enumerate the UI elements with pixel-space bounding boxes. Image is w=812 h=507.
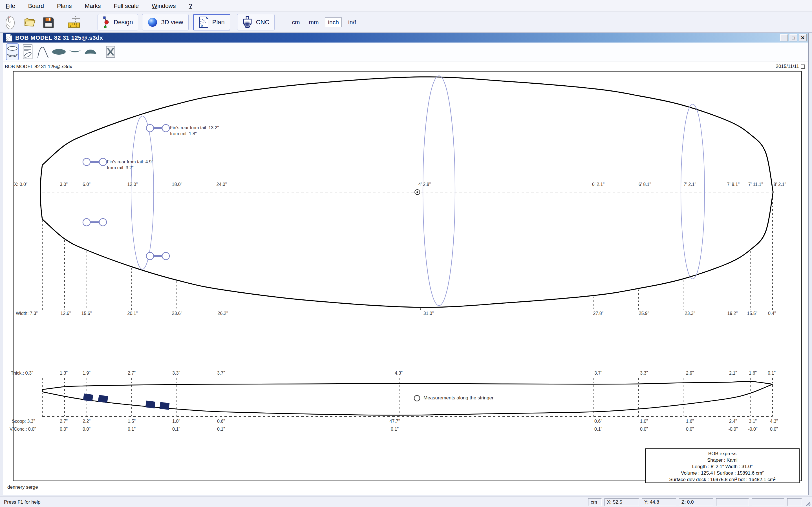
menu-item-file[interactable]: File [6, 3, 15, 9]
cnc-button[interactable]: CNC [237, 14, 275, 31]
pointer-tool-button[interactable] [3, 14, 17, 30]
hand-pointer-icon [4, 15, 16, 30]
status-bar: Press F1 for help cmX: 52.5Y: 44.8Z: 0.0 [0, 497, 812, 507]
resize-grip[interactable] [805, 501, 811, 506]
menu-item-windows[interactable]: Windows [152, 3, 175, 9]
menu-item-plans[interactable]: Plans [57, 3, 72, 9]
unit-option-cm[interactable]: cm [289, 18, 302, 27]
3d-view-button-label: 3D view [161, 18, 183, 26]
deck-silhouette-button[interactable] [84, 43, 97, 60]
plan-silhouette-icon [52, 48, 66, 55]
maximize-button[interactable]: □ [790, 34, 797, 41]
curve-view-button[interactable] [36, 43, 49, 60]
save-file-button[interactable] [41, 14, 55, 30]
info-line: Shaper : Kami [646, 457, 799, 463]
unit-switcher: cmmminchin/f [289, 17, 359, 27]
sheet-filename: BOB MODEL 82 31 125@.s3dx [5, 64, 72, 69]
status-help-text: Press F1 for help [4, 497, 40, 507]
close-button[interactable]: ✕ [799, 34, 807, 41]
unit-option-in-f[interactable]: in/f [346, 18, 359, 27]
unit-option-inch[interactable]: inch [325, 17, 342, 27]
plan-view-button[interactable]: 11 Plan [193, 14, 231, 31]
rocker-curve-icon [37, 45, 49, 59]
design-nodes-icon [103, 16, 110, 29]
board-info-box: BOB express Shaper : Kami Length : 8' 2.… [645, 448, 800, 483]
status-cell-3: Z: 0.0 [679, 498, 713, 506]
info-line: Length : 8' 2.1" Width : 31.0" [646, 463, 799, 470]
info-line: Surface dev deck : 16975.8 cm² bot : 164… [646, 476, 799, 483]
cnc-mill-icon [243, 16, 253, 29]
3d-view-button[interactable]: 3D view [142, 14, 188, 31]
s3dx-document-icon [5, 34, 13, 42]
unit-option-mm[interactable]: mm [306, 18, 321, 27]
3d-sphere-icon [147, 17, 158, 27]
spec-sheet-view-button[interactable] [21, 43, 34, 60]
document-titlebar[interactable]: BOB MODEL 82 31 125@.s3dx _ □ ✕ [3, 33, 808, 43]
menu-bar: FileBoardPlansMarksFull scaleWindows? [0, 0, 812, 12]
excel-export-icon [105, 45, 116, 58]
date-stamp-checkbox[interactable] [801, 64, 805, 69]
sheet-date: 2015/11/11 [722, 64, 799, 69]
measure-tool-button[interactable]: 1 0 [66, 14, 81, 30]
outline-profile-view-button[interactable] [6, 43, 19, 60]
save-floppy-icon [42, 16, 54, 29]
status-cell-1: X: 52.5 [605, 498, 639, 506]
bottom-silhouette-button[interactable] [68, 43, 82, 60]
export-spreadsheet-button[interactable] [104, 43, 117, 60]
minimize-button[interactable]: _ [780, 34, 788, 41]
bottom-silhouette-icon [68, 49, 82, 55]
open-file-button[interactable] [22, 14, 37, 30]
window-controls: _ □ ✕ [780, 34, 807, 41]
menu-item-marks[interactable]: Marks [85, 3, 101, 9]
plan-sheet-icon: 11 [199, 16, 209, 28]
status-cells: cmX: 52.5Y: 44.8Z: 0.0 [588, 498, 802, 506]
main-toolbar: 1 0 Design 3D view [0, 12, 812, 33]
status-cell-6 [787, 498, 802, 506]
design-button-label: Design [114, 18, 133, 26]
status-cell-4 [716, 498, 749, 506]
plan-button-label: Plan [212, 18, 225, 26]
status-cell-5 [752, 498, 784, 506]
ruler-icon: 1 0 [67, 15, 81, 29]
info-line: BOB express [646, 450, 799, 457]
svg-text:0: 0 [75, 24, 77, 27]
svg-text:11: 11 [201, 25, 203, 27]
open-folder-icon [23, 16, 36, 29]
cnc-button-label: CNC [256, 18, 269, 26]
view-toolbar [3, 43, 808, 61]
info-line: Volume : 125.4 l Surface : 15891.6 cm² [646, 470, 799, 476]
menu-item-board[interactable]: Board [28, 3, 44, 9]
status-cell-0: cm [588, 498, 602, 506]
outline-profile-icon [6, 45, 18, 59]
design-mode-button[interactable]: Design [98, 14, 138, 31]
menu-item--[interactable]: ? [189, 3, 192, 9]
deck-silhouette-icon [84, 49, 97, 55]
sheet-signature: dennery serge [7, 485, 38, 490]
sheet-border [13, 71, 802, 481]
svg-text:1: 1 [70, 24, 71, 27]
menu-item-full-scale[interactable]: Full scale [114, 3, 139, 9]
window-title: BOB MODEL 82 31 125@.s3dx [15, 34, 103, 41]
spec-sheet-icon [22, 44, 33, 59]
status-cell-2: Y: 44.8 [642, 498, 676, 506]
plan-silhouette-button[interactable] [52, 43, 66, 60]
